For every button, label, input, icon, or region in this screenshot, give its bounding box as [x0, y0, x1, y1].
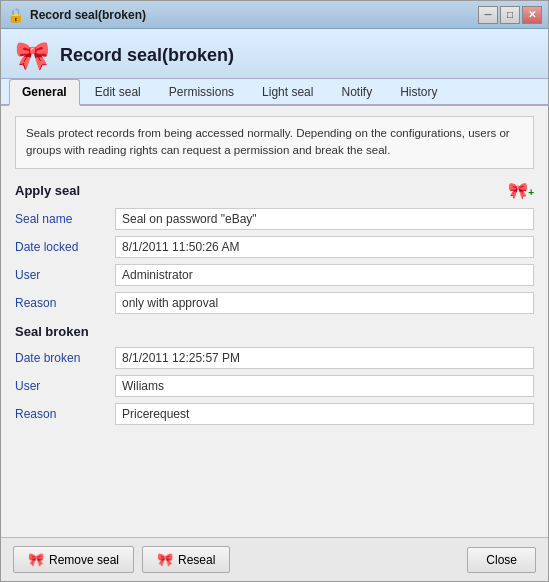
minimize-button[interactable]: ─	[478, 6, 498, 24]
tab-edit-seal[interactable]: Edit seal	[82, 79, 154, 104]
date-locked-value: 8/1/2011 11:50:26 AM	[115, 236, 534, 258]
title-bar-buttons: ─ □ ✕	[478, 6, 542, 24]
apply-user-value: Administrator	[115, 264, 534, 286]
header-icon: 🎀	[15, 39, 50, 72]
seal-name-row: Seal name Seal on password "eBay"	[15, 208, 534, 230]
broken-reason-row: Reason Pricerequest	[15, 403, 534, 425]
tab-general[interactable]: General	[9, 79, 80, 106]
apply-user-row: User Administrator	[15, 264, 534, 286]
window-close-button[interactable]: ✕	[522, 6, 542, 24]
apply-reason-label: Reason	[15, 296, 115, 310]
date-locked-row: Date locked 8/1/2011 11:50:26 AM	[15, 236, 534, 258]
title-bar-text: Record seal(broken)	[30, 8, 146, 22]
footer-left-buttons: 🎀 Remove seal 🎀 Reseal	[13, 546, 230, 573]
broken-reason-value: Pricerequest	[115, 403, 534, 425]
content-area: Seals protect records from being accesse…	[1, 106, 548, 537]
tab-permissions[interactable]: Permissions	[156, 79, 247, 104]
tab-notify[interactable]: Notify	[328, 79, 385, 104]
title-bar: 🔒 Record seal(broken) ─ □ ✕	[1, 1, 548, 29]
broken-user-row: User Wiliams	[15, 375, 534, 397]
broken-user-label: User	[15, 379, 115, 393]
apply-seal-icon: 🎀+	[508, 181, 534, 200]
date-locked-label: Date locked	[15, 240, 115, 254]
broken-user-value: Wiliams	[115, 375, 534, 397]
footer: 🎀 Remove seal 🎀 Reseal Close	[1, 537, 548, 581]
tab-light-seal[interactable]: Light seal	[249, 79, 326, 104]
reseal-button[interactable]: 🎀 Reseal	[142, 546, 230, 573]
apply-reason-value: only with approval	[115, 292, 534, 314]
tabs-bar: General Edit seal Permissions Light seal…	[1, 79, 548, 106]
reseal-icon: 🎀	[157, 552, 173, 567]
apply-user-label: User	[15, 268, 115, 282]
remove-seal-icon: 🎀	[28, 552, 44, 567]
info-text: Seals protect records from being accesse…	[15, 116, 534, 169]
apply-seal-section-title: Apply seal 🎀+	[15, 181, 534, 200]
close-button[interactable]: Close	[467, 547, 536, 573]
date-broken-value: 8/1/2011 12:25:57 PM	[115, 347, 534, 369]
header-title: Record seal(broken)	[60, 45, 234, 66]
title-bar-icon: 🔒	[7, 7, 24, 23]
seal-broken-section-title: Seal broken	[15, 324, 534, 339]
seal-name-value: Seal on password "eBay"	[115, 208, 534, 230]
date-broken-label: Date broken	[15, 351, 115, 365]
main-window: 🔒 Record seal(broken) ─ □ ✕ 🎀 Record sea…	[0, 0, 549, 582]
tab-history[interactable]: History	[387, 79, 450, 104]
seal-name-label: Seal name	[15, 212, 115, 226]
title-bar-left: 🔒 Record seal(broken)	[7, 7, 146, 23]
broken-reason-label: Reason	[15, 407, 115, 421]
maximize-button[interactable]: □	[500, 6, 520, 24]
date-broken-row: Date broken 8/1/2011 12:25:57 PM	[15, 347, 534, 369]
apply-reason-row: Reason only with approval	[15, 292, 534, 314]
remove-seal-button[interactable]: 🎀 Remove seal	[13, 546, 134, 573]
window-header: 🎀 Record seal(broken)	[1, 29, 548, 79]
